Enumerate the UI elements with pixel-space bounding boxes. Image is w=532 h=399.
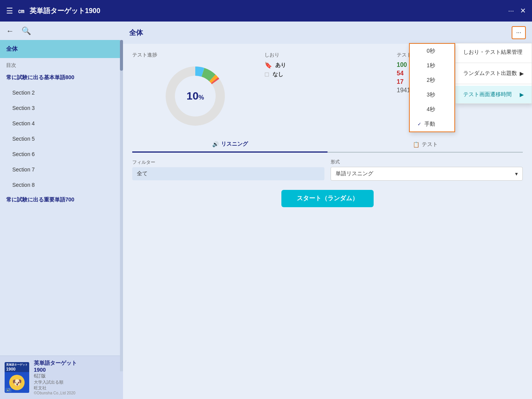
dropdown-item-random-count[interactable]: ランダムテスト出題数 ▶	[456, 65, 532, 82]
sidebar-nav: 全体 目次 常に試験に出る基本単語800 Section 2 Section 3…	[0, 40, 123, 356]
book-cover: 英単語ターゲット 1900 🐶 🔊	[5, 362, 29, 393]
result-value-red2: 17	[397, 78, 404, 85]
back-button[interactable]: ←	[6, 27, 14, 35]
start-btn-row: スタート（ランダム）	[132, 190, 523, 207]
sidebar-item-section3[interactable]: Section 3	[0, 100, 123, 116]
submenu-item-2sec[interactable]: 2秒	[410, 73, 454, 88]
bookmark-nashi-text: なし	[273, 71, 283, 78]
dropdown-menu: しおり・テスト結果管理 ランダムテスト出題数 ▶ テスト画面遷移時間 ▶	[455, 43, 532, 104]
dropdown-divider-2	[456, 84, 532, 84]
result-value-green: 100	[397, 62, 407, 68]
start-button[interactable]: スタート（ランダム）	[281, 190, 374, 207]
submenu-check-placeholder	[417, 48, 424, 54]
tab-listening[interactable]: 🔊 リスニング	[132, 137, 328, 153]
progress-percent: 10%	[186, 90, 204, 102]
title-bar-actions: ··· ✕	[508, 7, 526, 15]
tab-test-label: テスト	[422, 141, 438, 148]
title-bar: ☰ ㎝ 英単語ターゲット1900 ··· ✕	[0, 0, 532, 22]
tabs-row: 🔊 リスニング 📋 テスト	[132, 137, 523, 153]
book-title2: 1900	[34, 367, 118, 373]
sidebar-item-section4[interactable]: Section 4	[0, 116, 123, 131]
sidebar-item-section8[interactable]: Section 8	[0, 177, 123, 193]
bookmark-ari-item[interactable]: 🔖 あり	[264, 62, 391, 69]
progress-label: テスト進捗	[132, 52, 258, 58]
result-value-gray: 1941	[397, 87, 411, 94]
submenu-item-manual[interactable]: ✓ 手動	[410, 117, 454, 131]
bookmark-section: しおり 🔖 あり ☐ なし	[264, 52, 391, 80]
format-select[interactable]: 単語リスニング ▾	[331, 167, 523, 181]
submenu-check-icon: ✓	[417, 121, 421, 127]
tab-listening-label: リスニング	[221, 141, 248, 148]
submenu-check-placeholder-1	[417, 63, 424, 69]
search-button[interactable]: 🔍	[22, 26, 31, 35]
chevron-right-icon: ▶	[520, 70, 524, 76]
progress-section: テスト進捗	[132, 52, 258, 131]
scroll-thumb[interactable]	[120, 40, 123, 71]
sidebar-item-section5[interactable]: Section 5	[0, 131, 123, 146]
book-edition: 6訂版	[34, 373, 118, 379]
book-info-panel: 英単語ターゲット 1900 🐶 🔊 英単語ターゲット 1900	[0, 356, 123, 399]
test-icon: 📋	[413, 141, 419, 148]
submenu-item-0sec[interactable]: 0秒	[410, 44, 454, 58]
content-more-button[interactable]: ···	[512, 26, 526, 39]
dropdown-divider-1	[456, 63, 532, 63]
menu-icon[interactable]: ☰	[6, 6, 13, 15]
format-select-value: 単語リスニング	[336, 170, 373, 177]
result-value-red1: 54	[397, 70, 404, 77]
content-area: 全体 ··· テスト進捗	[123, 22, 532, 399]
book-title: 英単語ターゲット	[34, 360, 118, 367]
book-copyright: ©Obunsha Co.,Ltd 2020	[34, 391, 118, 395]
submenu-item-3sec[interactable]: 3秒	[410, 88, 454, 102]
category-header-2[interactable]: 常に試験に出る重要単語700	[0, 193, 123, 207]
submenu-item-1sec[interactable]: 1秒	[410, 58, 454, 73]
dropdown-item-transition-time[interactable]: テスト画面遷移時間 ▶	[456, 86, 532, 103]
bookmark-label: しおり	[264, 52, 391, 58]
toc-label: 目次	[0, 58, 123, 70]
filter-value[interactable]: 全て	[132, 167, 324, 180]
time-submenu: 0秒 1秒 2秒 3秒 4秒 ✓ 手動	[409, 43, 455, 132]
submenu-item-4sec[interactable]: 4秒	[410, 102, 454, 117]
format-section: 形式 単語リスニング ▾	[331, 159, 523, 181]
listening-icon: 🔊	[212, 141, 219, 147]
app-title: 英単語ターゲット1900	[30, 6, 504, 15]
bookmark-nashi-item[interactable]: ☐ なし	[264, 71, 391, 78]
sidebar-item-section2[interactable]: Section 2	[0, 85, 123, 100]
filter-label: フィルター	[132, 159, 324, 166]
book-publisher: 旺文社	[34, 385, 118, 391]
content-header: 全体 ···	[123, 22, 532, 44]
app-logo: ㎝	[18, 6, 25, 15]
book-info: 英単語ターゲット 1900 6訂版 大学入試出る順 旺文社 ©Obunsha C…	[34, 360, 118, 395]
sidebar-item-section7[interactable]: Section 7	[0, 162, 123, 177]
filter-section: フィルター 全て	[132, 159, 324, 180]
main-layout: ← 🔍 全体 目次 常に試験に出る基本単語800 Section 2 Secti…	[0, 22, 532, 399]
sidebar-item-section6[interactable]: Section 6	[0, 146, 123, 162]
scroll-indicator	[120, 40, 123, 371]
chevron-down-icon: ▾	[515, 171, 518, 177]
tab-test[interactable]: 📋 テスト	[328, 137, 523, 152]
sidebar-header: ← 🔍	[0, 22, 123, 40]
submenu-check-placeholder-4	[417, 106, 424, 113]
title-close-icon[interactable]: ✕	[520, 7, 526, 15]
book-dog-icon: 🐶	[9, 375, 25, 390]
submenu-check-placeholder-2	[417, 77, 424, 83]
sidebar-item-all[interactable]: 全体	[0, 40, 123, 58]
category-header-1[interactable]: 常に試験に出る基本単語800	[0, 70, 123, 85]
title-more-icon[interactable]: ···	[508, 7, 514, 15]
filter-row: フィルター 全て 形式 単語リスニング ▾	[132, 159, 523, 181]
dropdown-item-bookmark-management[interactable]: しおり・テスト結果管理	[456, 43, 532, 61]
submenu-check-placeholder-3	[417, 92, 424, 98]
format-label: 形式	[331, 159, 523, 165]
audio-badge: 🔊	[5, 388, 12, 392]
checkbox-icon: ☐	[264, 71, 269, 78]
bookmark-red-icon: 🔖	[264, 62, 272, 69]
content-title: 全体	[129, 28, 143, 37]
sidebar: ← 🔍 全体 目次 常に試験に出る基本単語800 Section 2 Secti…	[0, 22, 123, 399]
bookmark-ari-text: あり	[275, 62, 286, 69]
donut-chart: 10%	[161, 62, 230, 131]
book-subtitle: 大学入試出る順	[34, 379, 118, 385]
sidebar-header-left: ← 🔍	[6, 26, 31, 35]
chevron-right-icon-2: ▶	[520, 91, 524, 98]
